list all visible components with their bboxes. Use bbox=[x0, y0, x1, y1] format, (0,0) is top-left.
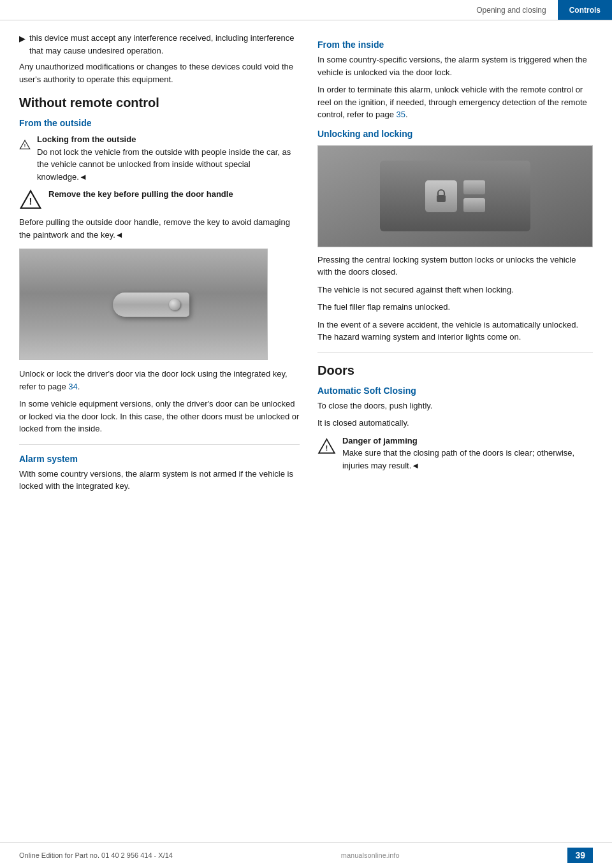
alarm-system-heading: Alarm system bbox=[19, 454, 300, 464]
side-button-2 bbox=[463, 198, 485, 212]
door-handle-knob bbox=[169, 299, 180, 310]
interior-image-bg bbox=[318, 146, 592, 247]
warning-jamming-title: Danger of jamming bbox=[342, 436, 418, 445]
para-unlock-driver-door: Unlock or lock the driver's door via the… bbox=[19, 368, 300, 393]
alarm-system-section: Alarm system With some country versions,… bbox=[19, 454, 300, 493]
doors-section-title: Doors bbox=[317, 363, 593, 378]
footer-site: manualsonline.info bbox=[341, 851, 400, 859]
left-column: ▶ this device must accept any interferen… bbox=[19, 32, 300, 498]
header-nav-opening-closing[interactable]: Opening and closing bbox=[465, 0, 557, 20]
side-button-1 bbox=[463, 180, 485, 194]
central-lock-button bbox=[425, 180, 457, 212]
svg-text:!: ! bbox=[29, 196, 33, 206]
page-number: 39 bbox=[567, 848, 593, 863]
right-column: From the inside In some country-specific… bbox=[317, 32, 593, 498]
para-not-secured: The vehicle is not secured against theft… bbox=[317, 284, 593, 296]
warning-locking-title: Locking from the outside bbox=[37, 134, 136, 144]
alarm-system-text: With some country versions, the alarm sy… bbox=[19, 468, 300, 493]
divider-doors bbox=[317, 352, 593, 353]
page-footer: Online Edition for Part no. 01 40 2 956 … bbox=[0, 842, 612, 868]
warning-remove-key-text: Remove the key before pulling the door h… bbox=[48, 188, 233, 201]
para-terminate-alarm: In order to terminate this alarm, unlock… bbox=[317, 83, 593, 121]
auto-soft-closing-section: Automatic Soft Closing To close the door… bbox=[317, 386, 593, 472]
warning-jamming: ! Danger of jamming Make sure that the c… bbox=[317, 435, 593, 472]
main-content: ▶ this device must accept any interferen… bbox=[0, 20, 612, 523]
lock-button-icon bbox=[432, 187, 450, 205]
from-outside-heading: From the outside bbox=[19, 118, 300, 128]
warning-triangle-icon: ! bbox=[19, 133, 31, 156]
bullet-item-interference: ▶ this device must accept any interferen… bbox=[19, 32, 300, 57]
unlocking-locking-heading: Unlocking and locking bbox=[317, 129, 593, 139]
from-inside-heading: From the inside bbox=[317, 40, 593, 50]
warning-locking-body: Do not lock the vehicle from the outside… bbox=[37, 147, 291, 182]
section-without-remote-control: Without remote control bbox=[19, 96, 300, 110]
para-severe-accident: In the event of a severe accident, the v… bbox=[317, 319, 593, 344]
para-push-lightly: To close the doors, push lightly. bbox=[317, 400, 593, 412]
para-central-locking: Pressing the central locking system butt… bbox=[317, 254, 593, 278]
from-outside-section: From the outside ! Locking from the outs… bbox=[19, 118, 300, 435]
divider-alarm bbox=[19, 444, 300, 445]
bullet-arrow-icon: ▶ bbox=[19, 33, 26, 57]
warning-remove-key-icon: ! bbox=[19, 188, 42, 211]
footer-text: Online Edition for Part no. 01 40 2 956 … bbox=[19, 851, 173, 859]
page-34-link[interactable]: 34 bbox=[68, 382, 77, 391]
para-equipment-versions: In some vehicle equipment versions, only… bbox=[19, 398, 300, 435]
auto-soft-closing-heading: Automatic Soft Closing bbox=[317, 386, 593, 396]
header-nav-controls[interactable]: Controls bbox=[558, 0, 612, 20]
svg-text:!: ! bbox=[24, 143, 26, 148]
svg-text:!: ! bbox=[326, 444, 328, 451]
warning-jamming-body: Make sure that the closing path of the d… bbox=[342, 448, 574, 470]
warning-jamming-text: Danger of jamming Make sure that the clo… bbox=[342, 435, 593, 472]
interior-panel bbox=[380, 161, 531, 231]
warning-jamming-icon: ! bbox=[317, 435, 336, 458]
page-header: Opening and closing Controls bbox=[0, 0, 612, 20]
interior-locking-image bbox=[317, 145, 593, 247]
doors-section: Doors Automatic Soft Closing To close th… bbox=[317, 363, 593, 472]
warning-locking-outside: ! Locking from the outside Do not lock t… bbox=[19, 133, 300, 183]
from-inside-section: From the inside In some country-specific… bbox=[317, 40, 593, 344]
para-unauthorized: Any unauthorized modifications or change… bbox=[19, 61, 300, 85]
header-navigation: Opening and closing Controls bbox=[465, 0, 612, 20]
bullet-text-interference: this device must accept any interference… bbox=[29, 32, 300, 57]
para-fuel-filler: The fuel filler flap remains unlocked. bbox=[317, 301, 593, 314]
para-closed-auto: It is closed automatically. bbox=[317, 417, 593, 430]
warning-remove-key: ! Remove the key before pulling the door… bbox=[19, 188, 300, 211]
para-alarm-triggered: In some country-specific versions, the a… bbox=[317, 54, 593, 78]
warning-locking-text: Locking from the outside Do not lock the… bbox=[37, 133, 300, 183]
svg-rect-4 bbox=[437, 195, 446, 202]
side-buttons bbox=[463, 180, 485, 212]
page-35-link[interactable]: 35 bbox=[397, 110, 405, 119]
warning-remove-key-title: Remove the key before pulling the door h… bbox=[48, 189, 233, 199]
para-pull-handle: Before pulling the outside door handle, … bbox=[19, 216, 300, 241]
door-handle-shape bbox=[113, 293, 189, 317]
door-image-inner bbox=[20, 249, 267, 359]
door-handle-image bbox=[19, 249, 268, 360]
